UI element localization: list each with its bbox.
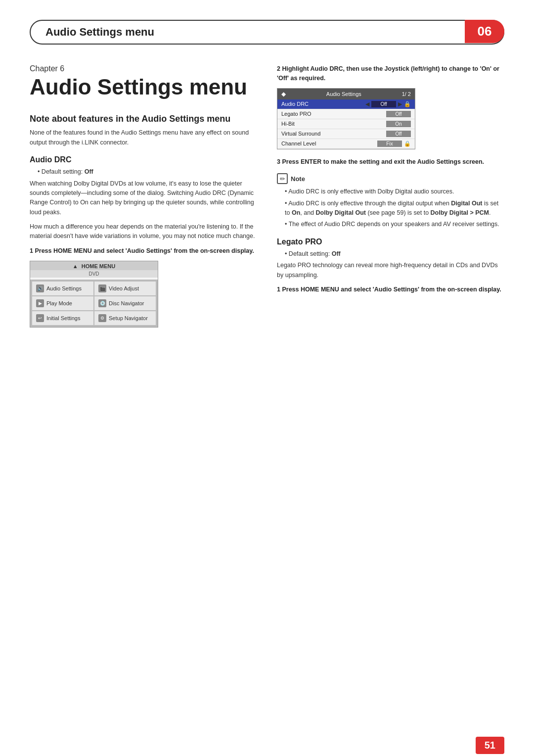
home-menu-grid: 🔊 Audio Settings 🎬 Video Adjust ▶ Play M… bbox=[30, 280, 158, 327]
arrow-right-icon: ▶ bbox=[398, 101, 402, 107]
audio-drc-heading: Audio DRC bbox=[30, 155, 257, 164]
legato-pro-row-name: Legato PRO bbox=[281, 111, 386, 117]
note-label: Note bbox=[291, 175, 305, 183]
right-column: 2 Highlight Audio DRC, then use the Joys… bbox=[277, 64, 504, 335]
audio-settings-row-virtual: Virtual Surround Off bbox=[277, 129, 415, 139]
virtual-surround-row-name: Virtual Surround bbox=[281, 131, 386, 137]
audio-settings-header-icon: ◆ bbox=[281, 91, 286, 97]
note-about-heading: Note about features in the Audio Setting… bbox=[30, 114, 257, 124]
legato-pro-default: Default setting: Off bbox=[285, 249, 504, 259]
header-bar: Audio Settings menu 06 bbox=[30, 20, 504, 45]
audio-drc-value: Off bbox=[371, 101, 396, 107]
disc-navigator-icon: 💿 bbox=[98, 299, 106, 307]
audio-settings-header-label: Audio Settings bbox=[326, 91, 361, 97]
left-column: Chapter 6 Audio Settings menu Note about… bbox=[30, 64, 257, 335]
hibit-row-name: Hi-Bit bbox=[281, 121, 386, 127]
note-bullet-3: The effect of Audio DRC depends on your … bbox=[285, 220, 504, 229]
audio-settings-header-page: 1/ 2 bbox=[402, 91, 411, 97]
audio-settings-row-drc: Audio DRC ◀ Off ▶ 🔒 bbox=[277, 99, 415, 109]
step2-text: 2 Highlight Audio DRC, then use the Joys… bbox=[277, 64, 504, 83]
lock-icon: 🔒 bbox=[404, 141, 411, 147]
note-bullet-2: Audio DRC is only effective through the … bbox=[285, 199, 504, 218]
home-menu-item-audio[interactable]: 🔊 Audio Settings bbox=[32, 282, 93, 295]
home-menu-title: ▲ HOME MENU bbox=[30, 261, 158, 270]
setup-navigator-icon: ⚙ bbox=[98, 314, 106, 322]
home-menu-subtitle: DVD bbox=[30, 270, 158, 278]
content-area: Chapter 6 Audio Settings menu Note about… bbox=[30, 64, 504, 335]
page-footer: 51 En bbox=[476, 737, 504, 756]
legato-pro-value: Off bbox=[386, 111, 411, 117]
audio-drc-body1: When watching Dolby Digital DVDs at low … bbox=[30, 179, 257, 218]
chapter-label: Chapter 6 bbox=[30, 64, 257, 73]
audio-drc-default: Default setting: Off bbox=[38, 167, 257, 177]
arrow-left-icon: ◀ bbox=[365, 101, 369, 107]
legato-pro-body: Legato PRO technology can reveal more hi… bbox=[277, 261, 504, 280]
lock-icon-placeholder: 🔒 bbox=[404, 101, 411, 107]
audio-settings-row-legato: Legato PRO Off bbox=[277, 109, 415, 119]
virtual-surround-value: Off bbox=[386, 131, 411, 137]
note-bullet-1: Audio DRC is only effective with Dolby D… bbox=[285, 187, 504, 196]
note-header: ✏ Note bbox=[277, 173, 504, 184]
initial-settings-icon: ↩ bbox=[36, 314, 44, 322]
step3-text: 3 Press ENTER to make the setting and ex… bbox=[277, 157, 504, 167]
home-menu-item-video[interactable]: 🎬 Video Adjust bbox=[94, 282, 156, 295]
audio-settings-row-hibit: Hi-Bit On bbox=[277, 119, 415, 129]
home-menu-icon: ▲ bbox=[73, 263, 78, 269]
legato-step1-text: 1 Press HOME MENU and select 'Audio Sett… bbox=[277, 285, 504, 294]
note-box: ✏ Note Audio DRC is only effective with … bbox=[277, 173, 504, 230]
channel-level-value: Fix bbox=[377, 141, 402, 147]
chapter-badge: 06 bbox=[465, 20, 504, 43]
audio-settings-row-channel: Channel Level Fix 🔒 bbox=[277, 139, 415, 149]
home-menu-item-setup[interactable]: ⚙ Setup Navigator bbox=[94, 311, 156, 325]
page-number: 51 bbox=[476, 737, 504, 754]
audio-drc-body2: How much a difference you hear depends o… bbox=[30, 222, 257, 241]
audio-settings-header: ◆ Audio Settings 1/ 2 bbox=[277, 89, 415, 99]
audio-settings-ui: ◆ Audio Settings 1/ 2 Audio DRC ◀ Off ▶ … bbox=[277, 88, 415, 149]
audio-settings-icon: 🔊 bbox=[36, 284, 44, 292]
home-menu-item-initial[interactable]: ↩ Initial Settings bbox=[32, 311, 93, 325]
step1-text: 1 Press HOME MENU and select 'Audio Sett… bbox=[30, 246, 257, 256]
home-menu-item-play[interactable]: ▶ Play Mode bbox=[32, 296, 93, 310]
header-title: Audio Settings menu bbox=[45, 26, 154, 39]
channel-level-row-name: Channel Level bbox=[281, 141, 377, 146]
chapter-title: Audio Settings menu bbox=[30, 75, 257, 99]
home-menu-ui: ▲ HOME MENU DVD 🔊 Audio Settings 🎬 Video… bbox=[30, 261, 158, 328]
home-menu-item-disc[interactable]: 💿 Disc Navigator bbox=[94, 296, 156, 310]
note-about-body: None of the features found in the Audio … bbox=[30, 128, 257, 147]
video-adjust-icon: 🎬 bbox=[98, 284, 106, 292]
page-wrapper: Audio Settings menu 06 Chapter 6 Audio S… bbox=[0, 20, 534, 756]
audio-drc-row-name: Audio DRC bbox=[281, 101, 365, 107]
note-icon: ✏ bbox=[277, 173, 288, 184]
play-mode-icon: ▶ bbox=[36, 299, 44, 307]
legato-pro-heading: Legato PRO bbox=[277, 237, 504, 246]
hibit-value: On bbox=[386, 121, 411, 127]
